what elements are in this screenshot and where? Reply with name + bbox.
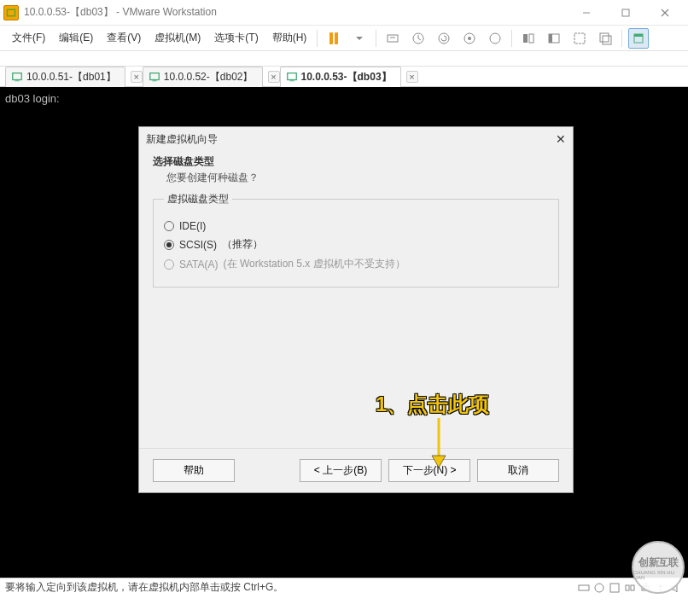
watermark-small: CHUANG XIN HU LIAN (633, 570, 683, 580)
disk-type-group: 虚拟磁盘类型 IDE(I) SCSI(S) （推荐） SATA(A) (在 Wo… (153, 192, 559, 288)
separator (376, 30, 376, 47)
status-floppy-icon[interactable] (608, 581, 621, 595)
send-ctrl-alt-del-icon[interactable] (382, 28, 403, 49)
view-console-icon[interactable] (518, 28, 539, 49)
svg-rect-29 (579, 585, 589, 590)
svg-rect-17 (600, 33, 609, 42)
new-vm-wizard-dialog: 新建虚拟机向导 ✕ 选择磁盘类型 您要创建何种磁盘？ 虚拟磁盘类型 IDE(I)… (138, 126, 574, 493)
svg-rect-15 (549, 34, 552, 43)
menu-help[interactable]: 帮助(H) (265, 26, 314, 50)
svg-rect-23 (150, 73, 160, 80)
dialog-title: 新建虚拟机向导 (146, 132, 218, 147)
radio-scsi-label: SCSI(S) (179, 239, 217, 251)
svg-rect-22 (15, 80, 19, 81)
menu-edit[interactable]: 编辑(E) (52, 26, 100, 50)
annotation-arrow (429, 418, 449, 473)
svg-rect-32 (626, 585, 629, 590)
tab-label: 10.0.0.52-【db02】 (164, 70, 254, 84)
separator (621, 30, 622, 47)
separator (317, 30, 318, 47)
separator (511, 30, 512, 47)
tabbar: 10.0.0.51-【db01】 × 10.0.0.52-【db02】 × 10… (0, 67, 688, 87)
vm-icon (149, 71, 160, 83)
tab-db03[interactable]: 10.0.0.53-【db03】 (280, 67, 401, 87)
radio-sata-note: (在 Workstation 5.x 虚拟机中不受支持） (224, 257, 405, 271)
svg-rect-16 (574, 33, 585, 44)
status-cd-icon[interactable] (592, 581, 606, 595)
svg-marker-28 (432, 456, 446, 468)
svg-point-30 (595, 584, 603, 592)
radio-sata-label: SATA(A) (179, 259, 219, 270)
svg-rect-33 (631, 585, 634, 590)
tab-db02[interactable]: 10.0.0.52-【db02】 (143, 67, 263, 87)
svg-rect-20 (634, 34, 643, 37)
vm-icon (286, 71, 298, 83)
toolstrip (0, 51, 688, 67)
cancel-button[interactable]: 取消 (477, 459, 559, 482)
unity-icon[interactable] (595, 28, 615, 49)
dialog-close-icon[interactable]: ✕ (556, 132, 566, 146)
watermark: 创新互联 CHUANG XIN HU LIAN (632, 541, 685, 594)
watermark-big: 创新互联 (638, 555, 678, 570)
svg-rect-21 (13, 73, 22, 80)
dialog-subheading: 您要创建何种磁盘？ (153, 171, 559, 192)
svg-rect-0 (8, 9, 15, 16)
close-button[interactable] (645, 0, 685, 26)
svg-marker-5 (356, 37, 363, 40)
svg-rect-13 (529, 34, 533, 43)
status-hdd-icon[interactable] (577, 581, 591, 595)
menu-vm[interactable]: 虚拟机(M) (148, 26, 207, 50)
window-titlebar: 10.0.0.53-【db03】 - VMware Workstation (0, 0, 688, 26)
status-net-icon[interactable] (623, 581, 637, 595)
svg-rect-26 (289, 80, 294, 81)
minimize-button[interactable] (567, 0, 606, 26)
snapshot-manage-icon[interactable] (459, 28, 480, 49)
status-text: 要将输入定向到该虚拟机，请在虚拟机内部单击或按 Ctrl+G。 (5, 580, 283, 595)
snapshot-revert-icon[interactable] (434, 28, 454, 49)
dialog-spacer (153, 288, 559, 441)
tab-close[interactable]: × (268, 71, 280, 83)
statusbar: 要将输入定向到该虚拟机，请在虚拟机内部单击或按 Ctrl+G。 (0, 578, 688, 596)
radio-ide[interactable]: IDE(I) (164, 220, 548, 232)
tab-label: 10.0.0.53-【db03】 (301, 70, 392, 84)
console-prompt: db03 login: (5, 92, 683, 105)
radio-ide-icon (164, 221, 174, 231)
radio-scsi-icon (164, 240, 174, 250)
svg-rect-2 (622, 9, 629, 16)
app-icon (3, 5, 19, 20)
snapshot-icon[interactable] (485, 28, 505, 49)
annotation-text: 1、点击此项 (376, 391, 489, 418)
svg-rect-31 (610, 584, 619, 592)
svg-rect-12 (523, 34, 528, 43)
radio-ide-label: IDE(I) (179, 220, 206, 232)
snapshot-take-icon[interactable] (408, 28, 429, 49)
svg-point-10 (468, 37, 471, 40)
pause-icon[interactable] (324, 28, 344, 49)
menu-tabs[interactable]: 选项卡(T) (207, 26, 265, 50)
tab-close[interactable]: × (406, 71, 418, 83)
back-button[interactable]: < 上一步(B) (300, 459, 382, 482)
radio-sata: SATA(A) (在 Workstation 5.x 虚拟机中不受支持） (164, 257, 548, 271)
dialog-button-row: 帮助 < 上一步(B) 下一步(N) > 取消 (139, 448, 573, 492)
menu-view[interactable]: 查看(V) (100, 26, 148, 50)
radio-sata-icon (164, 259, 174, 270)
tab-close[interactable]: × (131, 71, 143, 83)
svg-rect-25 (287, 73, 296, 80)
window-title: 10.0.0.53-【db03】 - VMware Workstation (24, 5, 567, 20)
help-button[interactable]: 帮助 (153, 459, 235, 482)
svg-rect-24 (152, 80, 156, 81)
disk-type-legend: 虚拟磁盘类型 (164, 192, 232, 206)
radio-scsi[interactable]: SCSI(S) （推荐） (164, 237, 548, 252)
menu-file[interactable]: 文件(F) (5, 26, 52, 50)
svg-rect-6 (388, 35, 398, 42)
menubar: 文件(F) 编辑(E) 查看(V) 虚拟机(M) 选项卡(T) 帮助(H) (0, 26, 688, 51)
view-thumbnail-icon[interactable] (544, 28, 564, 49)
fullscreen-icon[interactable] (569, 28, 590, 49)
maximize-button[interactable] (606, 0, 645, 26)
vm-icon (11, 71, 23, 83)
tab-db01[interactable]: 10.0.0.51-【db01】 (5, 67, 125, 87)
quicklook-icon[interactable] (628, 28, 649, 49)
tab-label: 10.0.0.51-【db01】 (26, 70, 116, 84)
dialog-heading: 选择磁盘类型 (153, 151, 559, 171)
dropdown-icon[interactable] (349, 28, 370, 49)
